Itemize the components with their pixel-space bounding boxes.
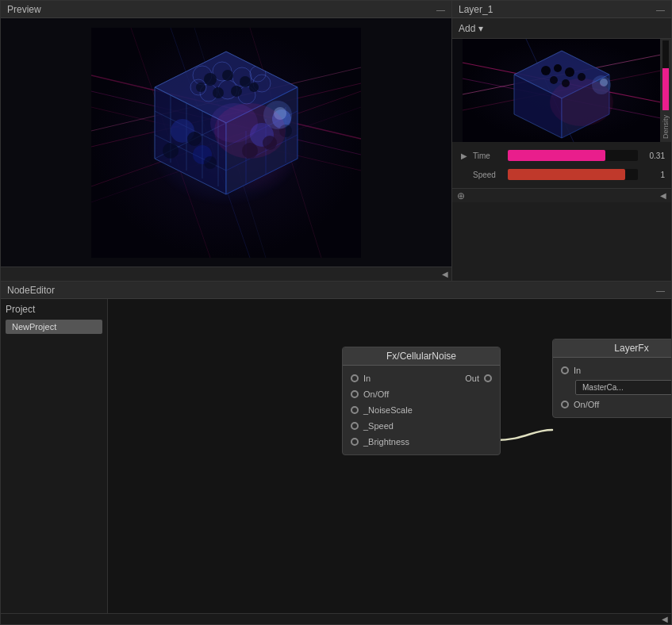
preview-canvas [1,18,451,266]
project-item-newproject[interactable]: NewProject [6,320,102,334]
add-label: Add [459,23,475,34]
layer-content: Density ▶ Time 0.31 Speed [452,39,671,281]
node-layerfx-title: LayerFx [553,339,671,358]
layer-header: Layer_1 — [452,1,671,18]
density-label: Density [662,112,670,142]
svg-point-28 [222,70,233,81]
param-value-time: 0.31 [641,151,665,160]
layer-panel: Layer_1 — Add ▾ [452,0,672,282]
node-layerfx-body: In MasterCa... ▼ On/Off [553,358,671,417]
port-onoff-label: On/Off [363,389,389,399]
node-canvas[interactable]: Fx/CellularNoise In Out [108,299,671,613]
port-onoff-circle[interactable] [351,390,359,398]
port-speed-label: _Speed [363,421,394,431]
layerfx-port-onoff-label: On/Off [574,400,599,409]
layer-thumb-visual [452,39,671,142]
preview-collapse-icon[interactable]: — [436,5,445,14]
node-layerfx: LayerFx In MasterCa... ▼ [552,339,671,418]
svg-point-33 [196,82,205,92]
preview-titlebar: Preview — [1,1,451,18]
port-row-in: In Out [343,370,500,386]
svg-point-80 [562,79,570,87]
param-value-speed: 1 [641,171,665,179]
svg-point-45 [187,132,202,146]
svg-point-46 [204,156,217,169]
svg-point-61 [210,103,258,143]
layer-side-density-bar: Density [660,39,671,142]
port-row-noisescale: _NoiseScale [343,402,500,418]
param-bar-speed[interactable] [508,169,638,180]
project-sidebar: Project NewProject [1,299,108,613]
layer-params: ▶ Time 0.31 Speed 1 [452,142,671,188]
node-editor-panel: NodeEditor — Project NewProject Fx/Cellu… [0,282,672,625]
node-editor-collapse-icon[interactable]: — [656,286,665,295]
port-brightness-label: _Brightness [363,437,409,447]
node-editor-titlebar: NodeEditor — [1,282,671,299]
port-noisescale-circle[interactable] [351,406,359,414]
preview-panel: Preview — [0,0,452,282]
port-row-onoff: On/Off [343,386,500,402]
svg-point-79 [550,76,558,84]
param-row-speed: Speed 1 [459,166,665,183]
preview-collapse-bottom-icon[interactable]: ◀ [442,270,448,278]
layerfx-port-row-onoff: On/Off [553,397,671,412]
param-label-speed: Speed [473,171,505,179]
layerfx-select-row: MasterCa... ▼ [553,378,671,397]
layer-bottom-bar: ⊕ ◀ [452,188,671,202]
move-icon[interactable]: ⊕ [457,190,465,201]
svg-point-77 [565,67,574,77]
density-fill [662,68,669,110]
preview-title: Preview [7,4,41,15]
port-in-label: In [363,374,371,383]
svg-point-30 [213,87,224,98]
port-row-speed: _Speed [343,418,500,434]
layer-toolbar: Add ▾ [452,18,671,39]
add-button[interactable]: Add ▾ [459,23,483,34]
port-in-circle[interactable] [351,374,359,382]
svg-point-29 [240,76,251,87]
param-fill-speed [508,169,625,180]
svg-point-73 [550,79,613,126]
svg-point-44 [163,143,179,159]
node-editor-content: Project NewProject Fx/CellularNoise [1,299,671,613]
add-dropdown-icon: ▾ [478,23,483,34]
layer-collapse-icon[interactable]: — [656,5,665,14]
cube-visual [91,28,361,258]
layer-title: Layer_1 [459,4,493,15]
node-cellular-body: In Out On/Off _Noise [343,366,500,454]
port-out-label: Out [465,374,479,383]
node-editor-title: NodeEditor [7,285,55,296]
param-row-time: ▶ Time 0.31 [459,147,665,164]
layerfx-port-in-label: In [574,366,581,375]
layerfx-in-row: In [553,362,671,378]
svg-point-32 [249,82,259,92]
param-fill-time [508,150,605,161]
project-label: Project [6,304,102,315]
port-brightness-circle[interactable] [351,438,359,446]
density-bar [662,40,669,110]
layerfx-port-in-circle[interactable] [561,366,569,374]
layer-thumbnail: Density [452,39,671,142]
port-out-circle[interactable] [484,374,492,382]
node-editor-arrow-icon[interactable]: ◀ [662,615,668,623]
layerfx-select[interactable]: MasterCa... [575,380,671,395]
port-row-brightness: _Brightness [343,434,500,450]
play-button-time[interactable]: ▶ [459,151,470,160]
node-cellular-title: Fx/CellularNoise [343,347,500,366]
layerfx-port-onoff-circle[interactable] [561,401,569,408]
port-speed-circle[interactable] [351,422,359,430]
svg-point-76 [554,64,562,72]
layer-arrow-icon[interactable]: ◀ [660,191,666,200]
port-noisescale-label: _NoiseScale [363,405,413,415]
node-cellular-noise: Fx/CellularNoise In Out [342,347,501,455]
svg-point-78 [578,73,586,81]
svg-point-31 [231,86,242,97]
preview-bottom-bar: ◀ [1,266,451,281]
node-editor-scrollbar[interactable]: ◀ [1,613,671,624]
param-bar-time[interactable] [508,150,638,161]
param-label-time: Time [473,151,505,160]
svg-point-75 [541,66,551,75]
svg-point-27 [204,73,217,86]
